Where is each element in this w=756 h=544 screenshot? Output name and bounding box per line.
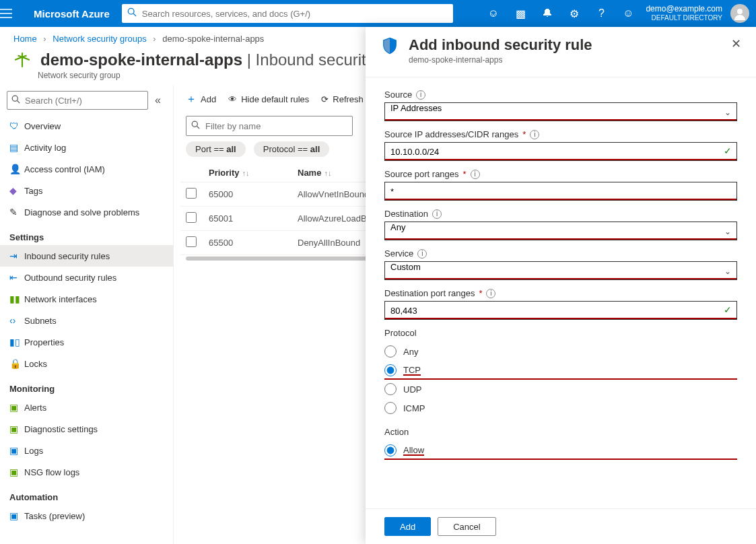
sidebar-item-diagnose-and-solve-problems[interactable]: ✎Diagnose and solve problems [0, 201, 173, 223]
side-icon: ⇥ [9, 250, 24, 261]
sidebar-item-label: Alerts [24, 403, 46, 413]
side-icon: ▣ [9, 402, 24, 413]
avatar[interactable] [730, 4, 749, 23]
add-rule-panel: Add inbound security rule demo-spoke-int… [366, 27, 756, 544]
row-checkbox[interactable] [186, 212, 197, 223]
side-icon: ▣ [9, 423, 24, 434]
svg-point-3 [12, 96, 18, 101]
side-icon: 🔒 [9, 358, 24, 369]
collapse-sidebar-icon[interactable]: « [155, 94, 161, 106]
row-checkbox[interactable] [186, 236, 197, 247]
row-checkbox[interactable] [186, 188, 197, 199]
source-select[interactable]: IP Addresses⌄ [384, 102, 737, 121]
sidebar-item-activity-log[interactable]: ▤Activity log [0, 137, 173, 158]
cell-name: DenyAllInBound [298, 238, 360, 248]
svg-point-5 [192, 121, 197, 127]
sidebar: « 🛡Overview▤Activity log👤Access control … [0, 86, 174, 544]
sidebar-item-subnets[interactable]: ‹›Subnets [0, 310, 173, 331]
cell-priority: 65500 [209, 238, 298, 248]
sidebar-item-inbound-security-rules[interactable]: ⇥Inbound security rules [0, 245, 173, 267]
side-icon: 👤 [9, 164, 24, 174]
panel-add-button[interactable]: Add [384, 517, 431, 536]
protocol-radio-tcp[interactable]: TCP [384, 361, 737, 380]
feedback-icon[interactable]: ☺ [615, 7, 642, 20]
global-search-input[interactable] [122, 4, 453, 23]
side-icon: ◆ [9, 185, 24, 196]
search-icon [191, 121, 200, 129]
info-icon[interactable]: i [486, 289, 495, 298]
protocol-radio-any[interactable]: Any [384, 342, 737, 361]
chevron-down-icon: ⌄ [724, 267, 731, 276]
sidebar-item-label: Tags [24, 186, 42, 196]
side-icon: ✎ [9, 207, 24, 217]
sidebar-item-label: Properties [24, 337, 64, 347]
dest-port-input[interactable] [384, 301, 737, 320]
service-select[interactable]: Custom⌄ [384, 261, 737, 280]
chevron-down-icon: ⌄ [724, 227, 731, 236]
info-icon[interactable]: i [432, 209, 442, 219]
side-icon: ⇤ [9, 272, 24, 283]
close-icon[interactable]: ✕ [731, 36, 741, 65]
sidebar-item-network-interfaces[interactable]: ▮▮Network interfaces [0, 288, 173, 310]
refresh-icon: ⟳ [321, 94, 329, 104]
svg-point-0 [128, 8, 134, 14]
sidebar-item-alerts[interactable]: ▣Alerts [0, 397, 173, 418]
filter-input[interactable] [186, 116, 353, 136]
info-icon[interactable]: i [416, 90, 425, 100]
svg-line-4 [18, 101, 20, 104]
refresh-button[interactable]: ⟳Refresh [321, 94, 364, 104]
sidebar-item-diagnostic-settings[interactable]: ▣Diagnostic settings [0, 418, 173, 440]
side-icon: ▣ [9, 445, 24, 456]
notifications-icon[interactable]: 🔔︎ [534, 7, 561, 20]
destination-select[interactable]: Any⌄ [384, 222, 737, 240]
account-email: demo@example.com [646, 4, 722, 13]
help-icon[interactable]: ? [588, 7, 615, 20]
sidebar-search-input[interactable] [7, 91, 148, 110]
settings-icon[interactable]: ⚙ [561, 7, 588, 20]
sidebar-group-settings: Settings [0, 223, 173, 245]
sidebar-item-outbound-security-rules[interactable]: ⇤Outbound security rules [0, 267, 173, 288]
info-icon[interactable]: i [417, 249, 427, 259]
protocol-radio-icmp[interactable]: ICMP [384, 399, 737, 417]
source-ip-input[interactable] [384, 142, 737, 161]
info-icon[interactable]: i [530, 130, 539, 139]
crumb-home[interactable]: Home [13, 34, 37, 44]
sidebar-item-tags[interactable]: ◆Tags [0, 180, 173, 201]
svg-line-1 [133, 13, 136, 16]
sidebar-item-overview[interactable]: 🛡Overview [0, 115, 173, 137]
add-button[interactable]: ＋Add [186, 92, 216, 106]
sidebar-item-label: Access control (IAM) [24, 164, 105, 174]
cloud-shell-icon[interactable]: ⎉ [480, 7, 507, 20]
sidebar-item-locks[interactable]: 🔒Locks [0, 353, 173, 374]
sidebar-item-access-control-iam-[interactable]: 👤Access control (IAM) [0, 158, 173, 180]
hide-default-rules-button[interactable]: 👁Hide default rules [228, 94, 309, 104]
protocol-radio-udp[interactable]: UDP [384, 380, 737, 399]
sidebar-item-properties[interactable]: ▮▯Properties [0, 331, 173, 353]
sort-icon[interactable]: ↑↓ [242, 169, 250, 177]
sidebar-item-label: Logs [24, 446, 43, 456]
chevron-down-icon: ⌄ [724, 108, 731, 117]
sidebar-item-tasks-preview-[interactable]: ▣Tasks (preview) [0, 505, 173, 526]
pill-port[interactable]: Port == all [186, 141, 246, 157]
pill-protocol[interactable]: Protocol == all [254, 141, 330, 157]
sidebar-item-nsg-flow-logs[interactable]: ▣NSG flow logs [0, 461, 173, 483]
action-radio-allow[interactable]: Allow [384, 441, 737, 460]
source-port-input[interactable] [384, 182, 737, 201]
crumb-nsg-list[interactable]: Network security groups [53, 34, 146, 44]
panel-cancel-button[interactable]: Cancel [438, 517, 495, 536]
directories-icon[interactable]: ▩ [507, 7, 534, 20]
brand[interactable]: Microsoft Azure [30, 8, 122, 20]
panel-title: Add inbound security rule [409, 36, 592, 54]
page-title-suffix: | Inbound security [242, 50, 374, 69]
hamburger-icon[interactable] [0, 9, 30, 18]
nsg-icon [13, 51, 31, 69]
sidebar-item-logs[interactable]: ▣Logs [0, 440, 173, 461]
sort-icon[interactable]: ↑↓ [324, 169, 331, 177]
sidebar-item-label: Network interfaces [24, 294, 97, 304]
info-icon[interactable]: i [471, 170, 480, 179]
account-block[interactable]: demo@example.com DEFAULT DIRECTORY [642, 4, 726, 23]
svg-line-6 [197, 127, 200, 129]
sidebar-group-automation: Automation [0, 483, 173, 505]
cell-priority: 65001 [209, 213, 298, 224]
shield-icon [380, 36, 399, 65]
